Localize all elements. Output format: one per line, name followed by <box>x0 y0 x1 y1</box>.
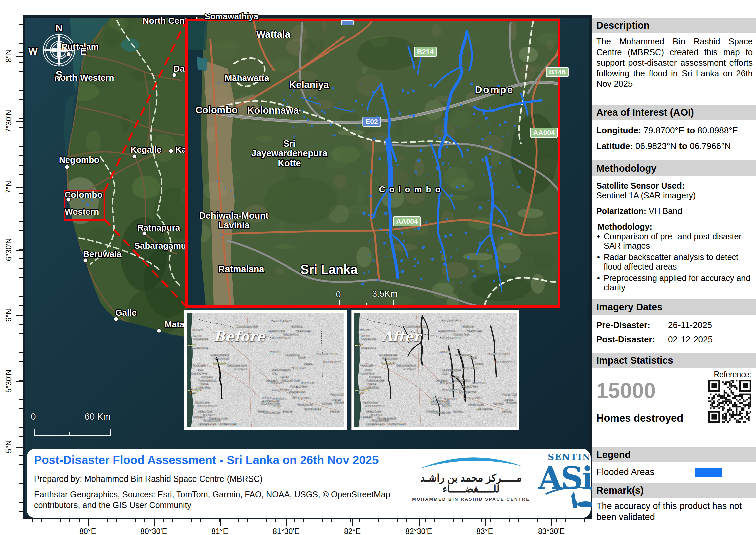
minor-tick <box>116 519 117 522</box>
minor-tick <box>19 127 23 128</box>
sar-place-label-arabic: جايواردنابورا <box>213 361 227 364</box>
sar-place-label: Biyagama North <box>438 330 455 332</box>
minor-tick <box>19 118 23 119</box>
sar-place-label: Malwana Town <box>454 333 469 336</box>
minor-tick <box>200 519 201 522</box>
minor-tick <box>19 146 23 147</box>
sar-place-label: Wanathamulla <box>361 347 376 349</box>
sar-place-label: Samanabedda North <box>316 353 338 355</box>
info-sidebar: Description The Mohammed Bin Rashid Spac… <box>592 15 756 535</box>
sar-place-label: Kandanawatta <box>469 403 484 406</box>
minor-tick <box>322 519 323 522</box>
sar-place-label: Wanathamulla <box>193 347 208 349</box>
method-label: Methodology: <box>598 222 652 231</box>
lat-tick-label: 6°30'N <box>4 238 13 261</box>
sar-place-label: Soysapura South <box>366 423 384 425</box>
sar-place-label: Mahawila <box>193 329 203 331</box>
minor-tick <box>19 240 23 240</box>
sar-place-label: Attidiya South <box>198 410 213 412</box>
sar-place-label: Horakandawala <box>476 408 492 410</box>
sar-place-label: Dodamgahahena <box>379 354 397 356</box>
minor-tick <box>19 464 23 465</box>
minor-tick <box>247 519 248 522</box>
minor-tick <box>19 34 23 34</box>
minor-tick <box>303 519 304 522</box>
minor-tick <box>19 99 23 100</box>
major-tick <box>88 519 89 526</box>
impact-caption: Homes destroyed <box>596 412 753 424</box>
minor-tick <box>69 519 70 522</box>
minor-tick <box>19 352 23 353</box>
minor-tick <box>490 519 491 522</box>
sar-place-label: Mount Lavinia <box>195 401 210 403</box>
flooded-areas-swatch <box>695 468 722 477</box>
sar-place-label: Oruwala <box>451 376 459 378</box>
prepared-by: Prepared by: Mohammed Bin Rashid Space C… <box>34 474 263 484</box>
major-tick <box>16 447 23 448</box>
sar-place-label-arabic: كولومبو <box>187 343 195 346</box>
sources-credit: Earthstar Geographics, Sources: Esri, To… <box>34 489 395 510</box>
minor-tick <box>575 519 575 522</box>
minor-tick <box>313 519 313 522</box>
major-tick <box>220 519 221 526</box>
sar-place-label: Battaramulla North <box>397 364 416 366</box>
sar-place-label: Hinpitiya <box>442 404 451 407</box>
minor-tick <box>19 81 23 81</box>
main-map-inset <box>185 19 560 308</box>
sar-place-label: Biyagama North <box>268 330 285 332</box>
minor-tick <box>19 455 23 456</box>
sar-place-label: Soysapura South <box>198 423 216 425</box>
sar-place-label: Jalthara <box>304 363 312 365</box>
minor-tick <box>275 519 276 522</box>
aoi-header: Area of Interest (AOI) <box>592 105 756 120</box>
sar-place-label: Narahenpita <box>193 364 206 366</box>
sar-place-label: Panagoda West <box>460 391 476 393</box>
sar-place-label: Arukwatta <box>334 401 345 403</box>
minor-tick <box>210 519 210 522</box>
major-tick <box>16 56 23 57</box>
minor-tick <box>19 343 23 343</box>
sar-place-label: Pitumpe South <box>503 393 518 395</box>
sensor-label: Satellite Sensor Used: <box>596 181 685 190</box>
method-bullet: Comparison of pre- and post-disaster SAR… <box>604 232 753 250</box>
sar-place-label: Dodamgahahena <box>211 354 229 356</box>
sar-place-label: Battaramulla North <box>228 364 247 366</box>
sar-place-label: Ranala <box>298 356 305 358</box>
sar-place-label: Siyambalape Watta <box>271 320 291 322</box>
minor-tick <box>19 43 23 44</box>
method-bullet: Radar backscatter analysis to detect flo… <box>604 252 753 271</box>
sar-place-label: Pitumpe South <box>330 393 346 395</box>
sar-place-label: Siyambalape Watta <box>442 320 462 322</box>
minor-tick <box>406 519 407 522</box>
sar-place-label: Panagoda Town <box>461 385 478 387</box>
lat-tick-label: 6°N <box>4 309 13 322</box>
remarks-header: Remark(s) <box>592 483 756 498</box>
sar-place-label: Pahala Hanwella <box>495 361 513 363</box>
minor-tick <box>19 483 23 484</box>
minor-tick <box>19 333 23 334</box>
minor-tick <box>285 519 285 522</box>
aoi-rows: Longitude: 79.8700°E to 80.0988°ELatitud… <box>596 125 753 157</box>
sar-place-label: Asin Uyana <box>404 368 416 370</box>
minor-tick <box>107 519 108 522</box>
sar-place-label: Pore <box>443 372 448 374</box>
sar-place-label: Samanabedda North <box>488 353 510 355</box>
minor-tick <box>229 519 229 522</box>
sar-place-label-arabic: دهيوالا ماونت <box>355 388 369 391</box>
minor-tick <box>528 519 528 522</box>
sar-place-label: Thelawala North <box>371 419 389 422</box>
sar-place-label: Arukwatta <box>507 401 517 403</box>
minor-tick <box>60 519 61 522</box>
lat-tick-label: 7°30'N <box>4 110 13 133</box>
major-tick <box>16 121 23 122</box>
lon-tick-label: 82°E <box>344 527 361 535</box>
minor-tick <box>434 519 435 522</box>
minor-tick <box>444 519 444 522</box>
polarization-label: Polarization: <box>596 206 646 216</box>
minor-tick <box>19 474 23 474</box>
lon-tick-label: 80°E <box>79 527 96 535</box>
minor-tick <box>191 519 192 522</box>
minor-tick <box>331 519 332 522</box>
minor-tick <box>19 305 23 306</box>
sar-place-label-arabic: لافينيا <box>357 392 363 395</box>
